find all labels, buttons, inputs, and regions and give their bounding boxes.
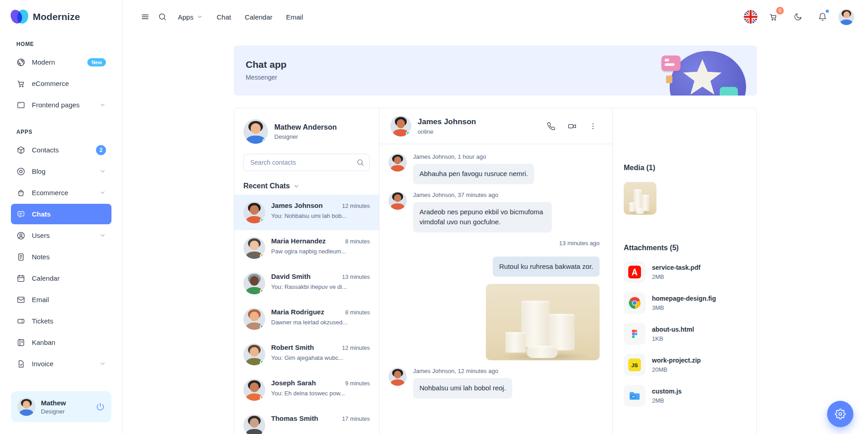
count-badge: 2 [96,145,106,155]
sidebar-nav: HOME Modern New eCommerce Frontend pages… [0,41,122,374]
chat-name: David Smith [271,273,311,280]
sidebar-item-users[interactable]: Users [11,225,111,246]
current-user-name: Mathew Anderson [274,123,337,131]
sidebar-item-ecommerce-home[interactable]: eCommerce [11,73,111,94]
sidebar-item-label: Invoice [32,360,54,368]
nav-link-calendar[interactable]: Calendar [238,8,279,25]
chat-list-item[interactable]: Maria Rodriguez8 minutesDawner ma leirla… [234,301,379,337]
sidebar-item-label: eCommerce [32,80,69,87]
sidebar-item-kanban[interactable]: Kanban [11,332,111,353]
recent-chats-dropdown[interactable]: Recent Chats [243,182,370,190]
sidebar-item-invoice[interactable]: Invoice [11,353,111,374]
attachment-size: 2MB [652,273,701,280]
app-title: Modernize [33,11,80,22]
chevron-down-icon [99,168,106,175]
sidebar-item-chats[interactable]: Chats [11,204,111,224]
banner-illustration [655,45,751,96]
contact-status: online [418,128,476,135]
sidebar-item-tickets[interactable]: Tickets [11,311,111,331]
chat-list-item[interactable]: David Smith13 minutesYou: Rassakbi ihepu… [234,266,379,301]
chat-name: Thomas Smith [271,414,318,422]
attachment-name: custom.js [652,388,681,395]
chat-name: Robert Smith [271,343,314,351]
attachment-item[interactable]: about-us.html1KB [624,323,746,345]
video-call-icon[interactable] [563,117,580,135]
uk-flag-icon[interactable] [744,10,757,24]
chrome-icon [624,292,646,314]
sidebar-section-apps: APPS [16,129,111,135]
figma-icon [624,323,646,345]
chat-name: James Johnson [271,202,323,209]
conversation-header: James Johnson online [379,108,612,144]
main-content: Chat app Messenger Mathew Anderson Desig… [123,34,868,434]
media-section-title: Media (1) [624,164,746,172]
sidebar-item-modern[interactable]: Modern New [11,52,111,72]
attachment-item[interactable]: service-task.pdf2MB [624,261,746,283]
sidebar-item-calendar[interactable]: Calendar [11,268,111,288]
message-received: James Johnson, 12 minutes ago Nohbalsu u… [389,368,600,399]
sidebar-item-frontend-pages[interactable]: Frontend pages [11,95,111,115]
search-contacts-input[interactable] [243,154,370,171]
nav-link-chat[interactable]: Chat [210,8,238,25]
gear-icon [835,409,846,419]
search-icon[interactable] [154,8,171,25]
dark-mode-moon-icon[interactable] [789,8,807,25]
nav-link-email[interactable]: Email [279,8,310,25]
sidebar-section-home: HOME [16,41,111,47]
status-dot [260,289,265,294]
attachment-name: service-task.pdf [652,264,701,271]
sent-image-attachment[interactable] [486,284,600,360]
basket-icon [16,188,25,197]
nav-link-label: Apps [178,13,193,21]
sidebar-item-label: Kanban [32,338,56,346]
sidebar-item-email[interactable]: Email [11,289,111,310]
more-options-icon[interactable] [584,117,601,135]
sidebar-item-label: Email [32,296,49,303]
chat-list-item[interactable]: Robert Smith12 minutesYou: Gim ajegahata… [234,337,379,372]
chat-card-icon [661,56,681,71]
notifications-bell-icon[interactable] [814,8,831,25]
status-dot [260,395,265,401]
chat-list-item[interactable]: Thomas Smith17 minutes [234,408,379,434]
avatar [389,153,407,172]
attachment-size: 3MB [652,304,716,311]
nav-link-label: Calendar [245,13,273,21]
sidebar-item-label: Ecommerce [32,189,68,197]
attachment-item[interactable]: ZIP custom.js2MB [624,385,746,407]
avatar [243,308,265,330]
sidebar-item-ecommerce-apps[interactable]: Ecommerce [11,182,111,203]
calendar-icon [16,274,25,283]
user-circle-icon [16,231,25,240]
chevron-down-icon [99,232,106,239]
cart-icon[interactable]: 0 [765,8,782,25]
profile-role: Designer [41,408,66,415]
chat-list-item[interactable]: Joseph Sarah9 minutesYou: Eh deina toswe… [234,372,379,408]
current-user-role: Designer [274,133,337,140]
sidebar-item-blog[interactable]: Blog [11,161,111,182]
attachment-name: work-project.zip [652,357,701,364]
attachment-item[interactable]: JS work-project.zip20MB [624,354,746,376]
attachment-item[interactable]: homepage-design.fig3MB [624,292,746,314]
attachment-size: 2MB [652,397,681,404]
user-avatar[interactable] [838,9,854,25]
attachment-size: 1KB [652,335,694,342]
search-icon[interactable] [356,158,364,167]
chat-list-item[interactable]: Maria Hernandez8 minutesPaw ogira napbig… [234,230,379,266]
chat-list-item[interactable]: James Johnson12 minutesYou: Nohbalsu umi… [234,195,379,230]
sidebar-item-notes[interactable]: Notes [11,247,111,267]
nav-link-label: Chat [217,13,231,21]
sidebar-profile-card[interactable]: Mathew Designer [11,391,111,422]
settings-fab[interactable] [827,401,853,427]
attachments-section-title: Attachments (5) [624,244,746,252]
box-icon [16,146,25,155]
logout-power-icon[interactable] [96,402,105,412]
phone-call-icon[interactable] [542,117,560,135]
media-thumbnail[interactable] [624,182,656,215]
kanban-board-icon [16,338,25,347]
menu-icon[interactable] [136,8,154,25]
avatar [243,343,265,365]
app-logo[interactable]: Modernize [0,0,122,34]
sidebar-item-contacts[interactable]: Contacts 2 [11,140,111,160]
nav-link-apps[interactable]: Apps [171,8,210,25]
attachment-size: 20MB [652,366,701,373]
